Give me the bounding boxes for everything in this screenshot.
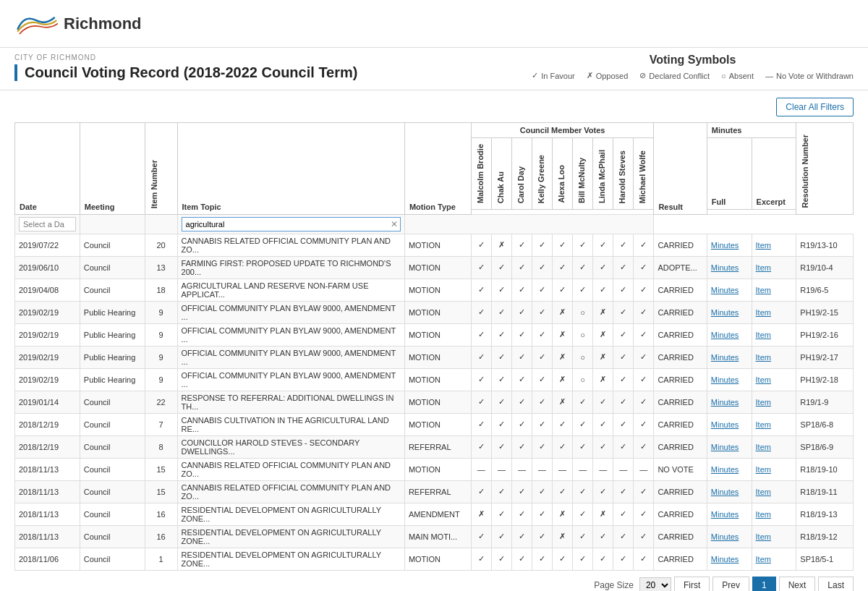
cell-item-link[interactable]: Item: [752, 503, 796, 525]
th-member-6: Linda McPhail: [593, 138, 613, 210]
item-link[interactable]: Item: [756, 375, 771, 384]
minutes-link[interactable]: Minutes: [711, 488, 739, 496]
cell-item-num: 15: [145, 480, 177, 503]
item-link[interactable]: Item: [756, 398, 771, 407]
item-link[interactable]: Item: [756, 443, 771, 451]
cell-minutes-link[interactable]: Minutes: [707, 525, 752, 548]
item-link[interactable]: Item: [756, 308, 771, 317]
item-link[interactable]: Item: [756, 331, 771, 339]
table-row: 2019/02/19Public Hearing9OFFICIAL COMMUN…: [15, 346, 854, 368]
clear-all-filters-button[interactable]: Clear All Filters: [776, 98, 854, 116]
cell-meeting: Public Hearing: [80, 346, 145, 368]
cell-vote-0: ✓: [471, 548, 491, 570]
item-link[interactable]: Item: [756, 465, 771, 474]
minutes-link[interactable]: Minutes: [711, 532, 739, 541]
first-page-button[interactable]: First: [674, 577, 710, 591]
minutes-link[interactable]: Minutes: [711, 353, 739, 362]
cell-item-link[interactable]: Item: [752, 413, 796, 435]
prev-page-button[interactable]: Prev: [712, 577, 749, 591]
item-link[interactable]: Item: [756, 286, 771, 294]
cell-vote-8: ✓: [634, 346, 654, 368]
cell-minutes-link[interactable]: Minutes: [707, 234, 752, 256]
cell-date: 2019/02/19: [15, 346, 80, 368]
date-filter-input[interactable]: [19, 217, 76, 231]
cell-item-link[interactable]: Item: [752, 391, 796, 413]
cell-item-link[interactable]: Item: [752, 279, 796, 301]
cell-minutes-link[interactable]: Minutes: [707, 548, 752, 570]
item-link[interactable]: Item: [756, 420, 771, 429]
topic-filter-input[interactable]: [182, 217, 401, 231]
th-meeting: Meeting: [80, 123, 145, 215]
cell-minutes-link[interactable]: Minutes: [707, 323, 752, 346]
cell-minutes-link[interactable]: Minutes: [707, 503, 752, 525]
cell-vote-8: ✓: [634, 279, 654, 301]
cell-vote-0: ✓: [471, 480, 491, 503]
item-link[interactable]: Item: [756, 263, 771, 272]
item-link[interactable]: Item: [756, 510, 771, 519]
cell-vote-6: ✓: [593, 279, 613, 301]
th-item-topic: Item Topic: [177, 123, 404, 215]
cell-topic: OFFICIAL COMMUNITY PLAN BYLAW 9000, AMEN…: [177, 346, 404, 368]
cell-item-link[interactable]: Item: [752, 234, 796, 256]
cell-date: 2018/11/06: [15, 548, 80, 570]
minutes-link[interactable]: Minutes: [711, 375, 739, 384]
cell-minutes-link[interactable]: Minutes: [707, 480, 752, 503]
cell-item-link[interactable]: Item: [752, 458, 796, 480]
cell-minutes-link[interactable]: Minutes: [707, 256, 752, 279]
minutes-link[interactable]: Minutes: [711, 286, 739, 294]
minutes-link[interactable]: Minutes: [711, 420, 739, 429]
cell-vote-2: ✓: [511, 503, 532, 525]
cell-item-link[interactable]: Item: [752, 368, 796, 391]
page-size-select[interactable]: 20: [639, 577, 671, 591]
cell-minutes-link[interactable]: Minutes: [707, 391, 752, 413]
minutes-link[interactable]: Minutes: [711, 331, 739, 339]
current-page-button[interactable]: 1: [752, 577, 776, 591]
next-page-button[interactable]: Next: [779, 577, 816, 591]
cell-item-link[interactable]: Item: [752, 435, 796, 458]
cell-item-link[interactable]: Item: [752, 301, 796, 323]
last-page-button[interactable]: Last: [818, 577, 854, 591]
cell-minutes-link[interactable]: Minutes: [707, 413, 752, 435]
item-link[interactable]: Item: [756, 488, 771, 496]
cell-topic: CANNABIS RELATED OFFICIAL COMMUNITY PLAN…: [177, 234, 404, 256]
cell-item-link[interactable]: Item: [752, 480, 796, 503]
cell-item-link[interactable]: Item: [752, 548, 796, 570]
item-link[interactable]: Item: [756, 241, 771, 250]
item-link[interactable]: Item: [756, 532, 771, 541]
cell-item-link[interactable]: Item: [752, 256, 796, 279]
minutes-link[interactable]: Minutes: [711, 263, 739, 272]
cell-item-link[interactable]: Item: [752, 525, 796, 548]
item-link[interactable]: Item: [756, 555, 771, 564]
cell-minutes-link[interactable]: Minutes: [707, 301, 752, 323]
cell-minutes-link[interactable]: Minutes: [707, 346, 752, 368]
cell-vote-5: ○: [573, 323, 593, 346]
item-link[interactable]: Item: [756, 353, 771, 362]
minutes-link[interactable]: Minutes: [711, 308, 739, 317]
x-icon: ✗: [587, 71, 593, 80]
cell-vote-6: —: [593, 458, 613, 480]
minutes-link[interactable]: Minutes: [711, 398, 739, 407]
minutes-link[interactable]: Minutes: [711, 241, 739, 250]
minutes-link[interactable]: Minutes: [711, 465, 739, 474]
cell-item-link[interactable]: Item: [752, 323, 796, 346]
minutes-link[interactable]: Minutes: [711, 555, 739, 564]
minutes-link[interactable]: Minutes: [711, 510, 739, 519]
clear-topic-button[interactable]: ✕: [391, 219, 398, 229]
cell-item-num: 15: [145, 458, 177, 480]
th-minutes-excerpt: Excerpt: [752, 138, 796, 210]
minutes-link[interactable]: Minutes: [711, 443, 739, 451]
cell-minutes-link[interactable]: Minutes: [707, 368, 752, 391]
topic-filter-cell[interactable]: ✕: [177, 214, 404, 234]
voting-table: Date Meeting Item Number Item Topic Moti…: [14, 122, 854, 571]
cell-minutes-link[interactable]: Minutes: [707, 435, 752, 458]
cell-vote-3: ✓: [532, 413, 553, 435]
cell-date: 2018/11/13: [15, 525, 80, 548]
cell-minutes-link[interactable]: Minutes: [707, 279, 752, 301]
date-filter-cell[interactable]: [15, 214, 80, 234]
cell-vote-1: ✓: [491, 391, 511, 413]
table-row: 2019/06/10Council13FARMING FIRST: PROPOS…: [15, 256, 854, 279]
cell-vote-5: ✓: [573, 435, 593, 458]
cell-minutes-link[interactable]: Minutes: [707, 458, 752, 480]
cell-vote-7: ✓: [613, 525, 634, 548]
cell-item-link[interactable]: Item: [752, 346, 796, 368]
